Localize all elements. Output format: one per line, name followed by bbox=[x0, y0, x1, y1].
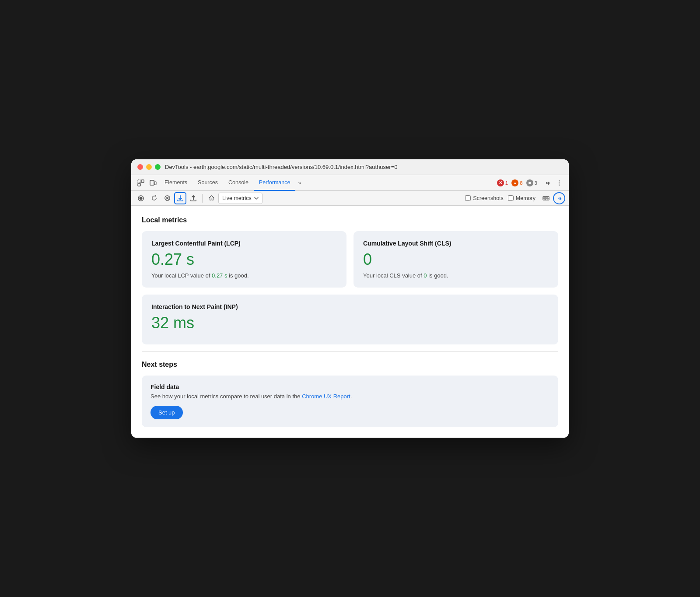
minimize-button[interactable] bbox=[146, 164, 152, 170]
svg-point-7 bbox=[559, 184, 560, 185]
window-title: DevTools - earth.google.com/static/multi… bbox=[165, 164, 397, 170]
traffic-lights bbox=[137, 164, 161, 170]
screenshots-checkbox-group[interactable]: Screenshots bbox=[465, 195, 503, 201]
svg-rect-4 bbox=[154, 182, 156, 185]
setup-button[interactable]: Set up bbox=[150, 406, 183, 419]
maximize-button[interactable] bbox=[155, 164, 161, 170]
memory-checkbox[interactable] bbox=[508, 195, 514, 201]
lcp-value: 0.27 s bbox=[151, 250, 337, 269]
error-icon: ✕ bbox=[497, 179, 504, 186]
home-button[interactable] bbox=[205, 192, 217, 204]
svg-point-9 bbox=[140, 197, 143, 200]
cls-card: Cumulative Layout Shift (CLS) 0 Your loc… bbox=[354, 231, 558, 288]
field-data-title: Field data bbox=[150, 383, 550, 390]
inspect-element-icon[interactable] bbox=[135, 177, 147, 189]
svg-rect-2 bbox=[138, 183, 140, 186]
tab-elements[interactable]: Elements bbox=[159, 175, 192, 191]
close-button[interactable] bbox=[137, 164, 143, 170]
cls-value: 0 bbox=[363, 250, 549, 269]
performance-settings-button[interactable] bbox=[553, 192, 565, 204]
info-icon: ■ bbox=[526, 179, 533, 186]
devtools-window: DevTools - earth.google.com/static/multi… bbox=[131, 159, 569, 438]
toolbar-divider-1 bbox=[202, 194, 203, 203]
clear-button[interactable] bbox=[161, 192, 173, 204]
devtools-tab-bar: Elements Sources Console Performance » ✕… bbox=[131, 175, 569, 191]
reload-record-button[interactable] bbox=[148, 192, 160, 204]
lcp-name: Largest Contentful Paint (LCP) bbox=[151, 240, 337, 247]
more-tabs-icon[interactable]: » bbox=[295, 180, 304, 186]
tab-performance[interactable]: Performance bbox=[254, 175, 296, 191]
performance-toolbar: Live metrics Screenshots Memory bbox=[131, 191, 569, 206]
warning-icon: ▲ bbox=[511, 179, 518, 186]
memory-checkbox-group[interactable]: Memory bbox=[508, 195, 536, 201]
svg-rect-0 bbox=[138, 180, 140, 183]
chrome-ux-report-link[interactable]: Chrome UX Report bbox=[302, 393, 350, 400]
metrics-grid: Largest Contentful Paint (LCP) 0.27 s Yo… bbox=[142, 231, 558, 288]
console-badge-group: ✕ 1 ▲ 8 ■ 3 bbox=[497, 179, 537, 186]
settings-icon[interactable] bbox=[541, 177, 553, 189]
cpu-throttle-button[interactable] bbox=[540, 192, 552, 204]
next-steps-title: Next steps bbox=[142, 361, 558, 369]
tab-console[interactable]: Console bbox=[223, 175, 254, 191]
main-content: Local metrics Largest Contentful Paint (… bbox=[131, 206, 569, 438]
screenshots-checkbox[interactable] bbox=[465, 195, 471, 201]
save-profile-button[interactable] bbox=[187, 192, 200, 204]
live-metrics-dropdown[interactable]: Live metrics bbox=[218, 193, 262, 204]
next-steps-section: Next steps Field data See how your local… bbox=[142, 351, 558, 427]
warning-badge[interactable]: ▲ 8 bbox=[511, 179, 522, 186]
svg-point-6 bbox=[559, 182, 560, 183]
svg-point-5 bbox=[559, 180, 560, 181]
device-mode-icon[interactable] bbox=[147, 177, 159, 189]
field-data-desc: See how your local metrics compare to re… bbox=[150, 393, 550, 400]
inp-value: 32 ms bbox=[151, 314, 549, 332]
error-badge[interactable]: ✕ 1 bbox=[497, 179, 508, 186]
title-bar: DevTools - earth.google.com/static/multi… bbox=[131, 159, 569, 175]
cls-name: Cumulative Layout Shift (CLS) bbox=[363, 240, 549, 247]
lcp-desc: Your local LCP value of 0.27 s is good. bbox=[151, 272, 337, 279]
svg-rect-1 bbox=[141, 180, 144, 183]
local-metrics-title: Local metrics bbox=[142, 216, 558, 224]
more-options-icon[interactable] bbox=[553, 177, 565, 189]
cls-desc: Your local CLS value of 0 is good. bbox=[363, 272, 549, 279]
field-data-card: Field data See how your local metrics co… bbox=[142, 376, 558, 427]
tab-sources[interactable]: Sources bbox=[192, 175, 223, 191]
record-button[interactable] bbox=[135, 192, 147, 204]
load-profile-button[interactable] bbox=[174, 192, 186, 204]
inp-card: Interaction to Next Paint (INP) 32 ms bbox=[142, 295, 558, 344]
inp-name: Interaction to Next Paint (INP) bbox=[151, 303, 549, 310]
svg-rect-3 bbox=[150, 180, 154, 185]
lcp-card: Largest Contentful Paint (LCP) 0.27 s Yo… bbox=[142, 231, 346, 288]
info-badge[interactable]: ■ 3 bbox=[526, 179, 537, 186]
